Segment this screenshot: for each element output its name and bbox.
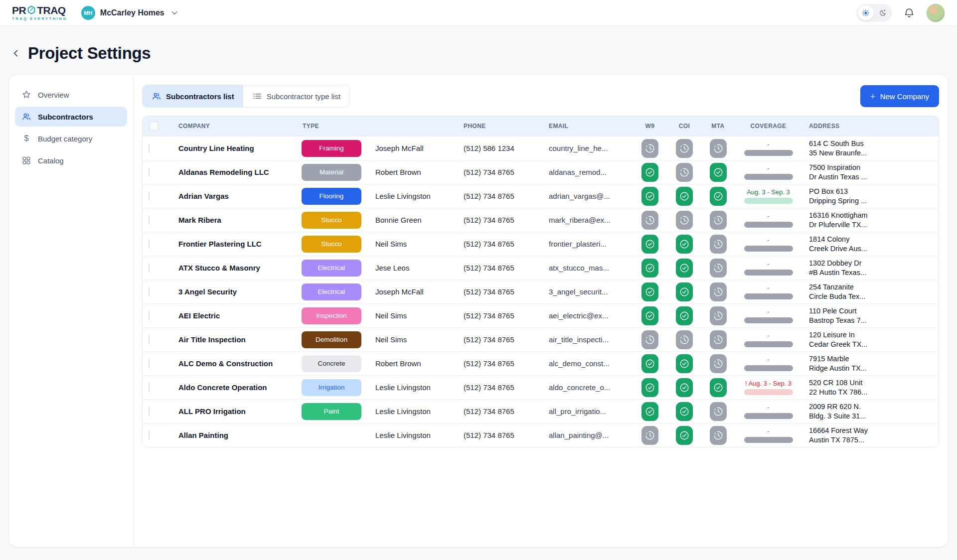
table-row[interactable]: Adrian VargasFlooringLeslie Livingston(5…	[143, 184, 939, 208]
new-company-button[interactable]: + New Company	[860, 85, 939, 107]
type-cell: Demolition	[296, 331, 368, 348]
email: mark_ribera@ex...	[542, 216, 633, 224]
table-row[interactable]: AEI ElectricInspectionNeil Sims(512) 734…	[143, 303, 939, 327]
mta-status-pending[interactable]	[710, 139, 727, 158]
mta-status-pending[interactable]	[710, 282, 727, 301]
table-row[interactable]: Aldo Concrete OperationIrrigationLeslie …	[143, 375, 939, 399]
tab-subcontractors-list[interactable]: Subcontractors list	[143, 85, 243, 107]
coverage-bar	[744, 150, 793, 156]
coi-status-done[interactable]	[676, 259, 693, 278]
w9-status-done[interactable]	[641, 306, 658, 325]
sidebar-item-overview[interactable]: Overview	[15, 85, 127, 105]
row-checkbox[interactable]	[149, 383, 150, 392]
row-checkbox[interactable]	[149, 264, 150, 272]
table-row[interactable]: ALC Demo & ConstructionConcreteRobert Br…	[143, 351, 939, 375]
mta-status-done[interactable]	[710, 378, 727, 397]
mta-status-pending[interactable]	[710, 354, 727, 373]
tab-subcontractor-type-list[interactable]: Subcontractor type list	[243, 85, 349, 107]
dark-mode-button[interactable]	[875, 5, 891, 20]
select-all-checkbox[interactable]	[150, 122, 159, 131]
phone: (512) 734 8765	[457, 192, 542, 200]
table-row[interactable]: Mark RiberaStuccoBonnie Green(512) 734 8…	[143, 208, 939, 232]
mta-status-pending[interactable]	[710, 426, 727, 445]
brand-name-right: TRAQ	[37, 5, 66, 15]
mta-status-pending[interactable]	[710, 306, 727, 325]
coi-status-done[interactable]	[676, 354, 693, 373]
table-row[interactable]: 3 Angel SecurityElectricalJoseph McFall(…	[143, 280, 939, 303]
sidebar-item-budget-category[interactable]: $Budget category	[15, 129, 127, 148]
row-checkbox[interactable]	[149, 287, 150, 296]
mta-status-pending[interactable]	[710, 259, 727, 278]
coverage-cell: -	[735, 284, 802, 299]
back-button[interactable]	[9, 46, 23, 60]
coi-status-pending[interactable]	[676, 330, 693, 349]
mta-cell	[701, 282, 735, 301]
coi-status-done[interactable]	[676, 235, 693, 254]
type-cell: Material	[296, 164, 368, 181]
type-badge: Concrete	[302, 355, 361, 372]
w9-status-done[interactable]	[641, 378, 658, 397]
type-badge: Inspection	[302, 307, 361, 324]
coi-status-done[interactable]	[676, 378, 693, 397]
row-checkbox[interactable]	[149, 311, 150, 320]
w9-status-done[interactable]	[641, 282, 658, 301]
row-checkbox[interactable]	[149, 407, 150, 416]
dollar-icon: $	[21, 133, 32, 144]
mta-status-done[interactable]	[710, 187, 727, 206]
users-icon	[21, 111, 32, 122]
w9-status-pending[interactable]	[641, 426, 658, 445]
row-checkbox[interactable]	[149, 168, 150, 176]
address: 614 C South Bus35 New Braunfe...	[802, 139, 939, 158]
row-checkbox[interactable]	[149, 240, 150, 248]
w9-cell	[633, 378, 667, 397]
table-row[interactable]: Aldanas Remodeling LLCMaterialRobert Bro…	[143, 160, 939, 184]
coi-status-done[interactable]	[676, 426, 693, 445]
workspace-switcher[interactable]: MH McCarley Homes	[81, 6, 179, 20]
row-checkbox[interactable]	[149, 192, 150, 200]
row-checkbox[interactable]	[149, 144, 150, 152]
notification-bell-icon[interactable]	[903, 7, 915, 19]
w9-status-done[interactable]	[641, 187, 658, 206]
table-row[interactable]: Air Title InspectionDemolitionNeil Sims(…	[143, 327, 939, 351]
address: 7500 InspirationDr Austin Texas ...	[802, 163, 939, 182]
contact-name: Joseph McFall	[368, 144, 457, 152]
coi-status-pending[interactable]	[676, 163, 693, 182]
w9-status-pending[interactable]	[641, 139, 658, 158]
mta-status-done[interactable]	[710, 163, 727, 182]
user-avatar[interactable]	[926, 3, 945, 22]
coi-status-done[interactable]	[676, 187, 693, 206]
table-row[interactable]: Country Line HeatingFramingJoseph McFall…	[143, 136, 939, 160]
row-checkbox[interactable]	[149, 359, 150, 368]
w9-status-done[interactable]	[641, 402, 658, 421]
mta-status-pending[interactable]	[710, 330, 727, 349]
table-row[interactable]: ATX Stucco & MasonryElectricalJese Leos(…	[143, 256, 939, 280]
mta-status-pending[interactable]	[710, 211, 727, 230]
row-checkbox[interactable]	[149, 431, 150, 439]
w9-status-done[interactable]	[641, 354, 658, 373]
table-row[interactable]: Allan PaintingLeslie Livingston(512) 734…	[143, 423, 939, 447]
table-row[interactable]: ALL PRO IrrigationPaintLeslie Livingston…	[143, 399, 939, 423]
w9-status-pending[interactable]	[641, 330, 658, 349]
light-mode-button[interactable]	[858, 5, 874, 20]
coi-status-done[interactable]	[676, 282, 693, 301]
address: 7915 MarbleRidge Austin TX...	[802, 354, 939, 373]
coi-status-done[interactable]	[676, 306, 693, 325]
mta-status-pending[interactable]	[710, 235, 727, 254]
sidebar-item-subcontractors[interactable]: Subcontractors	[15, 107, 127, 127]
row-checkbox[interactable]	[149, 335, 150, 344]
w9-status-done[interactable]	[641, 163, 658, 182]
coi-cell	[667, 378, 701, 397]
w9-status-done[interactable]	[641, 259, 658, 278]
coi-status-done[interactable]	[676, 402, 693, 421]
theme-toggle[interactable]	[856, 4, 892, 22]
coi-status-pending[interactable]	[676, 211, 693, 230]
mta-status-pending[interactable]	[710, 402, 727, 421]
w9-status-done[interactable]	[641, 235, 658, 254]
table-row[interactable]: Frontier Plastering LLCStuccoNeil Sims(5…	[143, 232, 939, 256]
sidebar-item-catalog[interactable]: Catalog	[15, 150, 127, 170]
row-checkbox[interactable]	[149, 216, 150, 224]
content-panel: Subcontractors listSubcontractor type li…	[134, 75, 948, 547]
type-badge: Irrigation	[302, 379, 361, 396]
coi-status-pending[interactable]	[676, 139, 693, 158]
w9-status-pending[interactable]	[641, 211, 658, 230]
